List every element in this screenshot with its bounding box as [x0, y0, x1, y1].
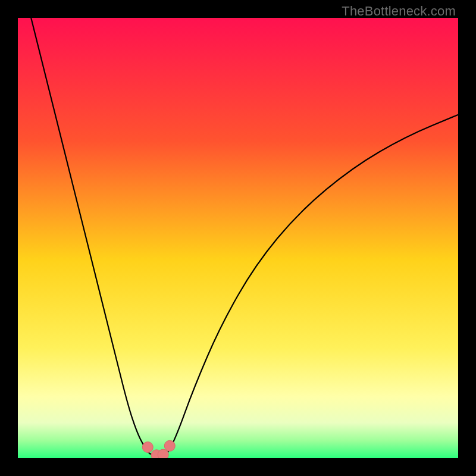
curve-marker-0 — [142, 442, 153, 453]
curve-marker-3 — [164, 440, 175, 451]
chart-frame: TheBottleneck.com — [0, 0, 476, 476]
plot-area — [18, 18, 458, 458]
watermark-text: TheBottleneck.com — [342, 4, 456, 19]
curve-line — [31, 18, 458, 455]
bottleneck-curve — [18, 18, 458, 458]
curve-markers — [142, 440, 175, 458]
